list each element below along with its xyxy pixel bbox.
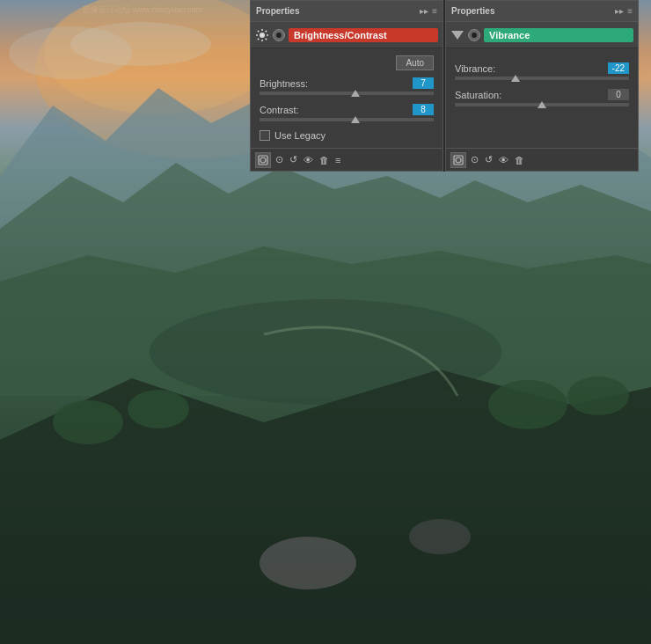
- vibrance-adj-label[interactable]: Vibrance: [484, 28, 633, 42]
- contrast-track[interactable]: [260, 118, 434, 121]
- vibrance-toolbar-visibility-icon[interactable]: ⊙: [469, 153, 480, 166]
- vibrance-toolbar-eye-icon[interactable]: 👁: [497, 154, 510, 166]
- brightness-slider-row: Brightness: 7: [260, 77, 434, 95]
- brightness-adj-bar: Brightness/Contrast: [251, 22, 443, 48]
- toolbar-reset-icon[interactable]: ↺: [288, 153, 299, 166]
- saturation-label: Saturation:: [455, 90, 501, 100]
- brightness-visibility-icon[interactable]: [273, 29, 285, 41]
- panel-left-header-icons: ▸▸ ≡: [420, 6, 437, 16]
- brightness-toolbar: ⊙ ↺ 👁 🗑 ≡: [251, 148, 443, 171]
- toolbar-menu-icon[interactable]: ≡: [333, 154, 342, 166]
- svg-point-15: [260, 33, 265, 38]
- svg-point-11: [488, 380, 567, 429]
- vibrance-visibility-icon[interactable]: [468, 29, 480, 41]
- svg-point-9: [53, 400, 123, 444]
- saturation-slider-row: Saturation: 0: [455, 89, 629, 106]
- saturation-value[interactable]: 0: [608, 89, 629, 100]
- contrast-slider-row: Contrast: 8: [260, 104, 434, 121]
- panel-left-menu-icon[interactable]: ≡: [432, 6, 437, 16]
- brightness-label: Brightness:: [260, 78, 308, 89]
- panel-right-expand-icon[interactable]: ▸▸: [615, 6, 624, 16]
- saturation-label-row: Saturation: 0: [455, 89, 629, 100]
- toolbar-delete-icon[interactable]: 🗑: [318, 154, 331, 166]
- panel-right-menu-icon[interactable]: ≡: [627, 6, 633, 16]
- toolbar-add-mask-btn[interactable]: [255, 152, 271, 168]
- vibrance-toolbar-delete-icon[interactable]: 🗑: [513, 154, 526, 166]
- vibrance-triangle-icon: [450, 28, 464, 42]
- use-legacy-label: Use Legacy: [274, 130, 326, 141]
- use-legacy-row[interactable]: Use Legacy: [260, 130, 434, 141]
- panel-left-expand-icon[interactable]: ▸▸: [420, 6, 428, 16]
- vibrance-panel-content: Vibrance: -22 Saturation: 0: [446, 48, 638, 148]
- svg-point-25: [260, 157, 266, 163]
- svg-line-22: [266, 30, 267, 31]
- brightness-label-row: Brightness: 7: [260, 77, 434, 89]
- saturation-thumb[interactable]: [538, 101, 546, 108]
- contrast-value[interactable]: 8: [413, 104, 434, 115]
- svg-line-23: [258, 38, 259, 39]
- vibrance-adj-bar: Vibrance: [446, 22, 638, 48]
- panel-left-header: Properties ▸▸ ≡: [251, 1, 443, 22]
- auto-button[interactable]: Auto: [396, 55, 434, 70]
- panel-left-title: Properties: [256, 6, 299, 16]
- panels-container: Properties ▸▸ ≡: [250, 0, 639, 172]
- brightness-panel-content: Auto Brightness: 7 Contrast: 8: [251, 48, 443, 148]
- vibrance-toolbar-mask-btn[interactable]: [450, 152, 466, 168]
- vibrance-thumb[interactable]: [511, 75, 520, 82]
- panel-right-header-icons: ▸▸ ≡: [615, 6, 633, 16]
- vibrance-label: Vibrance:: [455, 63, 495, 74]
- vibrance-track[interactable]: [455, 77, 629, 80]
- svg-point-12: [567, 377, 629, 415]
- brightness-value[interactable]: 7: [413, 77, 434, 89]
- brightness-adj-label[interactable]: Brightness/Contrast: [289, 28, 438, 42]
- svg-point-10: [128, 390, 189, 428]
- brightness-thumb[interactable]: [351, 90, 360, 97]
- svg-line-20: [258, 30, 259, 31]
- svg-point-7: [260, 537, 356, 589]
- vibrance-label-row: Vibrance: -22: [455, 62, 629, 74]
- vibrance-toolbar: ⊙ ↺ 👁 🗑: [446, 148, 638, 171]
- contrast-label: Contrast:: [260, 105, 299, 115]
- vibrance-slider-row: Vibrance: -22: [455, 62, 629, 80]
- contrast-thumb[interactable]: [351, 116, 360, 123]
- use-legacy-checkbox[interactable]: [260, 130, 270, 141]
- vibrance-panel: Properties ▸▸ ≡ Vibrance: [445, 0, 639, 172]
- svg-line-21: [266, 38, 267, 39]
- svg-point-8: [409, 519, 471, 554]
- saturation-track[interactable]: [455, 103, 629, 106]
- svg-point-27: [456, 157, 461, 163]
- toolbar-visibility-icon[interactable]: ⊙: [274, 153, 285, 166]
- panel-right-header: Properties ▸▸ ≡: [446, 1, 638, 22]
- toolbar-eye-icon[interactable]: 👁: [302, 154, 315, 166]
- brightness-contrast-panel: Properties ▸▸ ≡: [250, 0, 443, 172]
- panel-right-title: Properties: [451, 6, 494, 16]
- contrast-label-row: Contrast: 8: [260, 104, 434, 115]
- svg-point-14: [70, 22, 211, 66]
- vibrance-toolbar-reset-icon[interactable]: ↺: [483, 153, 494, 166]
- brightness-sun-icon: [255, 28, 269, 42]
- vibrance-value[interactable]: -22: [608, 62, 629, 74]
- brightness-track[interactable]: [260, 91, 434, 95]
